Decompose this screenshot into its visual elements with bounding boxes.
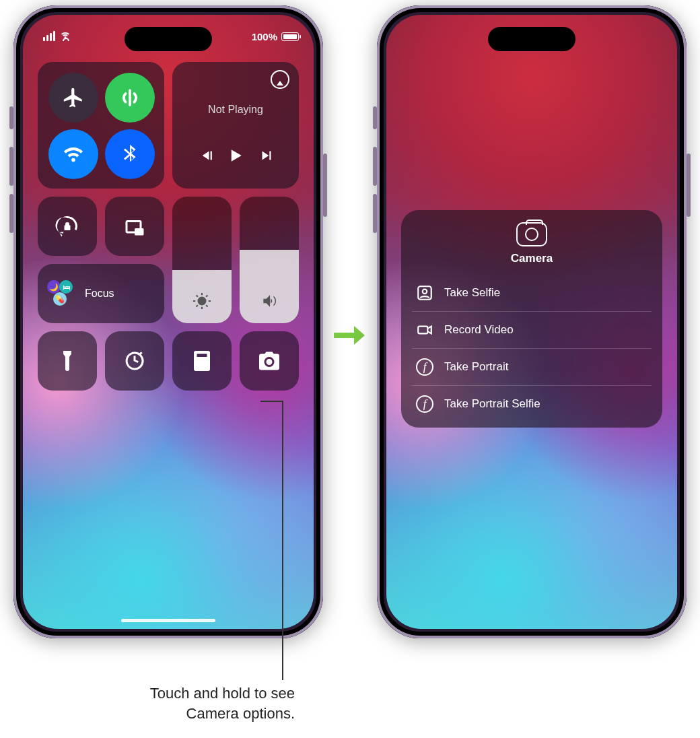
volume-icon [260, 292, 278, 312]
now-playing-label: Not Playing [172, 104, 299, 116]
portrait-aperture-icon: f [416, 395, 433, 413]
volume-up-button [373, 147, 377, 186]
bluetooth-toggle[interactable] [105, 129, 155, 179]
svg-rect-2 [418, 327, 427, 334]
quick-action-take-portrait[interactable]: f Take Portrait [412, 348, 652, 385]
selfie-person-icon [416, 284, 433, 302]
brightness-slider[interactable] [172, 197, 232, 323]
rotation-lock-toggle[interactable] [38, 197, 97, 256]
iphone-right: Camera Take Selfie Record Video f Take P… [377, 5, 687, 638]
airplane-mode-toggle[interactable] [48, 73, 98, 123]
volume-down-button [373, 194, 377, 233]
screen-camera-quick-actions: Camera Take Selfie Record Video f Take P… [386, 15, 677, 629]
video-camera-icon [416, 321, 433, 339]
callout-text: Touch and hold to see Camera options. [106, 683, 295, 723]
wifi-status-icon [59, 32, 71, 41]
battery-percent: 100% [252, 31, 277, 42]
power-button [687, 154, 691, 217]
quick-action-label: Take Portrait [444, 360, 508, 374]
quick-action-take-portrait-selfie[interactable]: f Take Portrait Selfie [412, 385, 652, 422]
screen-control-center: 100% [23, 15, 314, 629]
camera-quick-actions-popup: Camera Take Selfie Record Video f Take P… [401, 210, 662, 428]
dynamic-island [125, 27, 212, 51]
callout-leader-line [282, 401, 283, 680]
quick-action-label: Record Video [444, 323, 514, 337]
iphone-left: 100% [13, 5, 323, 638]
timer-button[interactable] [105, 331, 164, 391]
play-button[interactable] [225, 145, 246, 168]
dynamic-island [488, 27, 575, 51]
battery-icon [281, 32, 299, 41]
side-button [9, 106, 13, 129]
power-button [323, 154, 327, 217]
quick-action-take-selfie[interactable]: Take Selfie [412, 275, 652, 311]
media-panel[interactable]: Not Playing [172, 62, 299, 189]
volume-up-button [9, 147, 13, 186]
brightness-icon [193, 292, 211, 312]
calculator-button[interactable] [172, 331, 232, 391]
cellular-data-toggle[interactable] [105, 73, 155, 123]
previous-track-button[interactable] [196, 147, 213, 167]
volume-down-button [9, 194, 13, 233]
camera-button[interactable] [240, 331, 299, 391]
airplay-icon[interactable] [271, 70, 289, 89]
quick-action-record-video[interactable]: Record Video [412, 311, 652, 348]
cellular-signal-icon [43, 31, 55, 41]
svg-point-1 [423, 290, 427, 294]
transition-arrow-icon [330, 316, 368, 357]
focus-button[interactable]: 🌙🛏💊 Focus [38, 264, 164, 323]
side-button [373, 106, 377, 129]
focus-label: Focus [85, 288, 114, 300]
portrait-aperture-icon: f [416, 358, 433, 376]
quick-action-label: Take Portrait Selfie [444, 397, 540, 411]
quick-action-label: Take Selfie [444, 286, 500, 300]
screen-mirroring-button[interactable] [105, 197, 164, 256]
next-track-button[interactable] [258, 147, 275, 167]
wifi-toggle[interactable] [48, 129, 98, 179]
focus-modes-icon: 🌙🛏💊 [47, 280, 78, 307]
camera-icon [516, 222, 547, 246]
camera-popup-title: Camera [412, 252, 652, 265]
flashlight-button[interactable] [38, 331, 97, 391]
connectivity-panel[interactable] [38, 62, 164, 189]
home-indicator[interactable] [121, 619, 215, 622]
volume-slider[interactable] [240, 197, 299, 323]
